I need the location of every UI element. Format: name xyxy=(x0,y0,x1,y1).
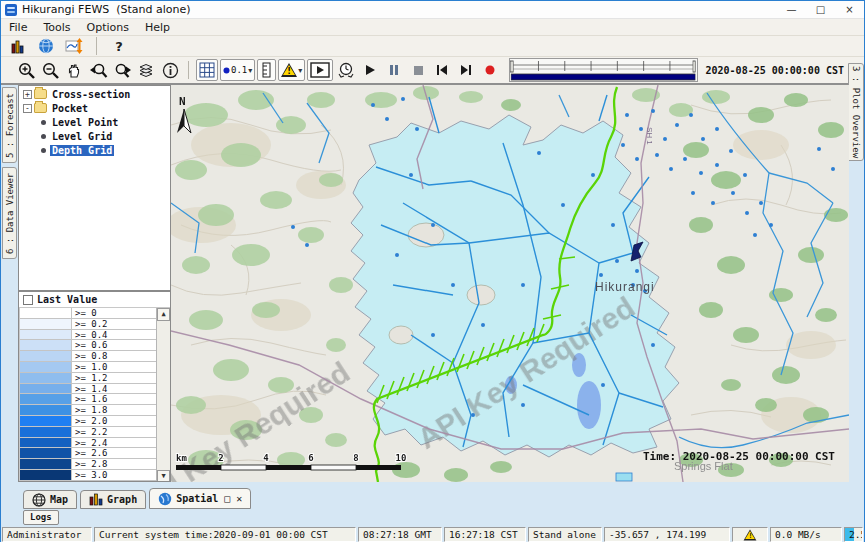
legend-row[interactable]: >= 2.2 xyxy=(20,427,156,438)
bullet-icon xyxy=(41,120,46,125)
tab-graph[interactable]: Graph xyxy=(80,490,146,509)
folder-icon xyxy=(34,103,47,113)
map-canvas[interactable]: API Key Required API Key Required xyxy=(171,85,849,482)
layers-icon[interactable] xyxy=(135,59,157,81)
left-tab-strip: 5 : Forecast 6 : Data Viewer xyxy=(1,85,18,488)
legend-row[interactable]: >= 3.0 xyxy=(20,470,156,481)
scalar-data-icon[interactable] xyxy=(7,35,29,57)
timeline-slider[interactable] xyxy=(509,58,697,82)
tab-data-viewer[interactable]: 6 : Data Viewer xyxy=(2,167,17,259)
timeline-date-label: 2020-08-25 00:00:00 CST xyxy=(706,65,844,76)
maximize-button[interactable]: □ xyxy=(806,1,835,18)
last-value-label: Last Value xyxy=(37,294,97,305)
minimize-button[interactable]: — xyxy=(777,1,806,18)
legend-row[interactable]: >= 2.4 xyxy=(20,438,156,449)
legend-row[interactable]: >= 1.0 xyxy=(20,362,156,373)
longitudinal-profile-icon[interactable] xyxy=(63,35,85,57)
tree-item-level-point[interactable]: Level Point xyxy=(19,116,170,128)
legend-row[interactable]: >= 0 xyxy=(20,308,156,319)
last-value-checkbox[interactable] xyxy=(23,295,33,305)
legend-header: Last Value xyxy=(19,292,170,308)
skip-to-start-icon[interactable] xyxy=(431,59,453,81)
threshold-value: 0.1 xyxy=(231,65,247,75)
legend-row[interactable]: >= 3.2 xyxy=(20,481,156,482)
legend-row[interactable]: >= 2.6 xyxy=(20,448,156,459)
legend-row[interactable]: >= 1.6 xyxy=(20,394,156,405)
legend-row[interactable]: >= 1.2 xyxy=(20,373,156,384)
pan-hand-icon[interactable] xyxy=(63,59,85,81)
thresholds-warning-dropdown[interactable]: ! ▾ xyxy=(278,59,305,81)
chevron-down-icon: ▾ xyxy=(298,66,302,75)
status-warning-cell[interactable]: ! xyxy=(732,527,768,542)
help-button[interactable]: ? xyxy=(108,35,130,57)
grid-layer-button[interactable] xyxy=(196,59,218,81)
bullet-icon xyxy=(41,148,46,153)
zoom-out-icon[interactable] xyxy=(39,59,61,81)
menu-tools[interactable]: Tools xyxy=(35,20,78,35)
zoom-in-icon[interactable] xyxy=(15,59,37,81)
map-time-label: Time: 2020-08-25 00:00:00 CST xyxy=(643,450,835,463)
menu-help[interactable]: Help xyxy=(137,20,178,35)
legend-row[interactable]: >= 0.4 xyxy=(20,330,156,341)
legend-swatch xyxy=(20,459,72,469)
window-controls: — □ × xyxy=(777,1,864,18)
legend-row[interactable]: >= 0.2 xyxy=(20,319,156,330)
warning-triangle-icon: ! xyxy=(744,529,757,540)
svg-text:km: km xyxy=(176,453,187,463)
animation-timer-icon[interactable] xyxy=(335,59,357,81)
grid-display-globe-icon[interactable] xyxy=(35,35,57,57)
status-time-cst: 16:27:18 CST xyxy=(444,527,526,542)
tab-plot-overview[interactable]: 3 : Plot Overview xyxy=(848,63,864,161)
close-button[interactable]: × xyxy=(835,1,864,18)
skip-to-end-icon[interactable] xyxy=(455,59,477,81)
tab-spatial[interactable]: Spatial □ ✕ xyxy=(149,488,251,509)
zoom-next-icon[interactable] xyxy=(111,59,133,81)
status-download-rate: 0.0 MB/s xyxy=(770,527,842,542)
menu-options[interactable]: Options xyxy=(79,20,137,35)
tree-item-level-grid[interactable]: Level Grid xyxy=(19,130,170,142)
expand-plus-icon[interactable]: + xyxy=(23,90,32,99)
bar-chart-icon xyxy=(89,493,103,506)
svg-text:N: N xyxy=(179,95,186,108)
tab-close-icon[interactable]: ✕ xyxy=(236,493,242,504)
legend-row[interactable]: >= 0.6 xyxy=(20,340,156,351)
scroll-up-icon[interactable]: ▲ xyxy=(157,308,170,321)
animation-export-button[interactable] xyxy=(307,59,333,81)
svg-text:6: 6 xyxy=(308,453,313,463)
tab-forecast[interactable]: 5 : Forecast xyxy=(2,87,17,163)
pond-patch xyxy=(616,473,632,481)
map-toolbar: 0.1 ▾ ! ▾ xyxy=(1,57,864,85)
globe-blue-icon xyxy=(158,492,172,506)
menu-file[interactable]: File xyxy=(1,20,35,35)
tree-item-cross-section[interactable]: + Cross-section xyxy=(19,88,170,100)
scroll-down-icon[interactable]: ▼ xyxy=(157,470,170,482)
legend-row[interactable]: >= 0.8 xyxy=(20,351,156,362)
svg-text:8: 8 xyxy=(353,453,358,463)
stop-icon[interactable] xyxy=(407,59,429,81)
globe-wireframe-icon xyxy=(32,493,46,507)
record-icon[interactable] xyxy=(479,59,501,81)
legend-swatch xyxy=(20,481,72,482)
threshold-dropdown-button[interactable]: 0.1 ▾ xyxy=(220,59,255,81)
legend-row[interactable]: >= 1.8 xyxy=(20,405,156,416)
legend-row[interactable]: >= 2.0 xyxy=(20,416,156,427)
tree-item-depth-grid[interactable]: Depth Grid xyxy=(19,144,170,156)
legend-scrollbar[interactable]: ▲ ▼ xyxy=(156,308,170,482)
tree-item-pocket[interactable]: - Pocket xyxy=(19,102,170,114)
tab-map[interactable]: Map xyxy=(23,490,77,509)
threshold-dot-icon xyxy=(223,67,230,74)
play-icon[interactable] xyxy=(359,59,381,81)
application-window: Hikurangi FEWS (Stand alone) — □ × File … xyxy=(0,0,865,542)
zoom-previous-icon[interactable] xyxy=(87,59,109,81)
legend-row[interactable]: >= 1.4 xyxy=(20,384,156,395)
scale-bar-button[interactable] xyxy=(257,59,276,81)
tab-maximize-icon[interactable]: □ xyxy=(224,493,230,504)
pause-icon[interactable] xyxy=(383,59,405,81)
status-mode: Stand alone xyxy=(528,527,602,542)
legend-rows: >= 0 >= 0.2 >= 0.4 >= 0.6 >= 0.8 >= 1.0 … xyxy=(19,308,156,482)
info-icon[interactable] xyxy=(159,59,181,81)
collapse-minus-icon[interactable]: - xyxy=(23,104,32,113)
legend-row[interactable]: >= 2.8 xyxy=(20,459,156,470)
logs-button[interactable]: Logs xyxy=(23,510,59,525)
status-user: Administrator xyxy=(2,527,92,542)
